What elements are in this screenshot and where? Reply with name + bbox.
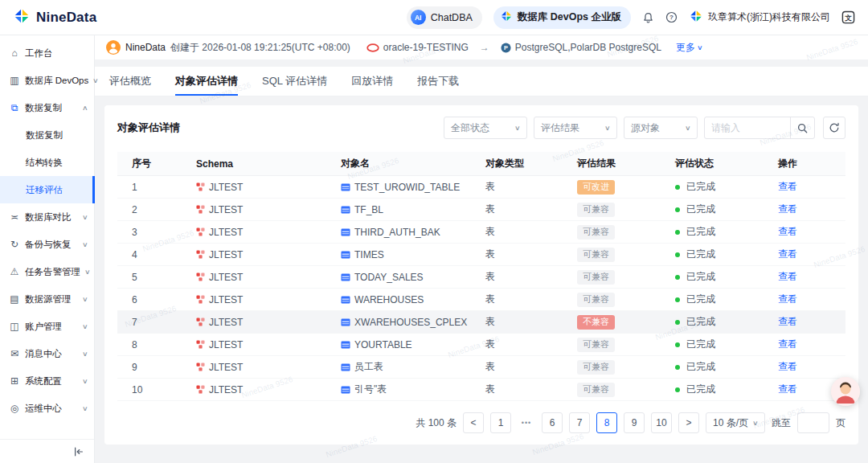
- sidebar-item-workbench[interactable]: ⌂ 工作台: [0, 39, 94, 67]
- cell-result: 可兼容: [577, 270, 675, 285]
- table-icon: [341, 295, 350, 305]
- header-actions: AI ChatDBA 数据库 DevOps 企业版 ? 玖章算术(浙江)科技有限…: [407, 6, 855, 29]
- table-row[interactable]: 7 JLTEST XWAREHOUSES_CPLEX 表 不兼容 已完成 查看: [117, 311, 845, 334]
- backup-icon: ↻: [9, 239, 20, 250]
- page-size-select[interactable]: 10 条/页 ∨: [706, 412, 765, 433]
- tab-sql-detail[interactable]: SQL 评估详情: [262, 67, 327, 96]
- sidebar-item-schema-conversion[interactable]: 结构转换: [0, 149, 94, 176]
- account-menu[interactable]: 玖章算术(浙江)科技有限公司: [689, 9, 830, 26]
- search-input[interactable]: [705, 122, 790, 133]
- view-link[interactable]: 查看: [778, 225, 797, 239]
- support-avatar[interactable]: [831, 377, 860, 406]
- sidebar-item-label: 数据库 DevOps: [25, 75, 88, 87]
- table-row[interactable]: 10 JLTEST 引号"表 表 可兼容 已完成 查看: [117, 379, 845, 401]
- sidebar-menu: ⌂ 工作台 ▥ 数据库 DevOps ∨ ⧉ 数据复制 ∧ 数据复制 结构转换 …: [0, 39, 94, 422]
- table-row[interactable]: 6 JLTEST WAREHOUSES 表 可兼容 已完成 查看: [117, 289, 845, 311]
- sidebar-item-message-center[interactable]: ✉ 消息中心 ∨: [0, 340, 94, 367]
- view-link[interactable]: 查看: [778, 293, 797, 306]
- cell-index: 7: [132, 317, 196, 328]
- cell-object-name: TEST_UROWID_TABLE: [341, 182, 485, 193]
- cell-action: 查看: [778, 180, 845, 194]
- cell-schema: JLTEST: [196, 294, 341, 305]
- cell-object-type: 表: [485, 315, 577, 329]
- status-dot-icon: [675, 230, 680, 235]
- cell-action: 查看: [778, 293, 845, 306]
- more-link[interactable]: 更多 ∨: [676, 41, 702, 55]
- result-badge: 不兼容: [577, 315, 615, 330]
- cell-result: 可兼容: [577, 203, 675, 217]
- pagination-ellipsis[interactable]: •••: [518, 419, 535, 427]
- sidebar-item-ops-center[interactable]: ◎ 运维中心 ∨: [0, 395, 94, 422]
- table-icon: [341, 205, 350, 215]
- cell-schema: JLTEST: [196, 227, 341, 238]
- chevron-down-icon: ∨: [82, 296, 88, 303]
- pagination-prev[interactable]: <: [463, 412, 484, 433]
- view-link[interactable]: 查看: [778, 360, 797, 374]
- view-link[interactable]: 查看: [778, 248, 797, 261]
- tab-overview[interactable]: 评估概览: [109, 67, 151, 96]
- view-link[interactable]: 查看: [778, 203, 797, 216]
- cell-object-name: 引号"表: [341, 383, 485, 396]
- tab-report-download[interactable]: 报告下载: [417, 67, 459, 96]
- pagination-page-7[interactable]: 7: [569, 412, 590, 433]
- cell-result: 可兼容: [577, 293, 675, 307]
- table-row[interactable]: 4 JLTEST TIMES 表 可兼容 已完成 查看: [117, 244, 845, 266]
- view-link[interactable]: 查看: [778, 180, 797, 194]
- brand-logo[interactable]: NineData: [13, 7, 96, 28]
- sidebar-item-account[interactable]: ◫ 账户管理 ∨: [0, 313, 94, 340]
- view-link[interactable]: 查看: [778, 383, 797, 396]
- cell-object-type: 表: [485, 248, 577, 261]
- table-row[interactable]: 9 JLTEST 员工表 表 可兼容 已完成 查看: [117, 356, 845, 379]
- help-icon[interactable]: ?: [665, 11, 678, 23]
- result-filter-select[interactable]: 评估结果 ∨: [534, 117, 617, 139]
- view-link[interactable]: 查看: [778, 270, 797, 284]
- sidebar-item-data-replication[interactable]: ⧉ 数据复制 ∧: [0, 94, 94, 121]
- sidebar-item-label: 迁移评估: [26, 184, 63, 196]
- column-header: 对象名: [341, 157, 485, 170]
- sidebar-item-datasource[interactable]: ▤ 数据源管理 ∨: [0, 285, 94, 313]
- pagination-page-8[interactable]: 8: [596, 412, 617, 433]
- cell-object-name: YOURTABLE: [341, 339, 485, 350]
- sidebar-item-data-replication-sub[interactable]: 数据复制: [0, 121, 94, 149]
- alert-icon: ⚠: [9, 266, 20, 277]
- sidebar-item-label: 消息中心: [25, 348, 62, 360]
- sidebar-item-task-alert[interactable]: ⚠ 任务告警管理 ∨: [0, 258, 94, 285]
- pagination-page-6[interactable]: 6: [542, 412, 563, 433]
- table-row[interactable]: 1 JLTEST TEST_UROWID_TABLE 表 可改进 已完成 查看: [117, 176, 845, 199]
- panel: 对象评估详情 全部状态 ∨ 评估结果 ∨ 源对象 ∨: [104, 105, 858, 445]
- pagination-page-10[interactable]: 10: [651, 412, 672, 433]
- status-filter-select[interactable]: 全部状态 ∨: [444, 117, 527, 139]
- sidebar-item-database-devops[interactable]: ▥ 数据库 DevOps ∨: [0, 67, 94, 94]
- tab-object-detail[interactable]: 对象评估详情: [175, 67, 238, 96]
- sidebar-item-migration-assessment[interactable]: 迁移评估: [0, 176, 94, 203]
- cell-result: 可兼容: [577, 338, 675, 352]
- refresh-button[interactable]: [823, 117, 845, 139]
- table-row[interactable]: 2 JLTEST TF_BL 表 可兼容 已完成 查看: [117, 199, 845, 221]
- sidebar-item-backup-restore[interactable]: ↻ 备份与恢复 ∨: [0, 231, 94, 258]
- table-row[interactable]: 5 JLTEST TODAY_SALES 表 可兼容 已完成 查看: [117, 266, 845, 289]
- cell-result: 不兼容: [577, 315, 675, 330]
- pagination-page-9[interactable]: 9: [624, 412, 645, 433]
- sidebar-item-database-compare[interactable]: ≍ 数据库对比 ∨: [0, 203, 94, 231]
- pagination-next[interactable]: >: [678, 412, 699, 433]
- task-creator: NineData: [125, 42, 166, 53]
- table-row[interactable]: 3 JLTEST THIRD_AUTH_BAK 表 可兼容 已完成 查看: [117, 221, 845, 244]
- tab-replay-detail[interactable]: 回放详情: [351, 67, 393, 96]
- collapse-sidebar-icon[interactable]: [73, 446, 84, 457]
- search-icon[interactable]: [790, 117, 814, 138]
- language-icon[interactable]: 文: [841, 10, 855, 24]
- chatdba-button[interactable]: AI ChatDBA: [407, 6, 482, 29]
- chevron-down-icon: ∨: [604, 125, 611, 132]
- edition-button[interactable]: 数据库 DevOps 企业版: [493, 6, 631, 29]
- cell-status: 已完成: [675, 383, 778, 396]
- notification-bell-icon[interactable]: [642, 11, 654, 24]
- sidebar-item-system-config[interactable]: ⊞ 系统配置 ∨: [0, 367, 94, 395]
- schema-icon: [196, 340, 205, 349]
- table-row[interactable]: 8 JLTEST YOURTABLE 表 可兼容 已完成 查看: [117, 334, 845, 356]
- view-link[interactable]: 查看: [778, 338, 797, 351]
- chevron-down-icon: ∨: [82, 405, 88, 412]
- pagination-page-1[interactable]: 1: [490, 412, 511, 433]
- jump-input[interactable]: [797, 412, 829, 433]
- source-object-filter-select[interactable]: 源对象 ∨: [624, 117, 698, 139]
- view-link[interactable]: 查看: [778, 315, 797, 329]
